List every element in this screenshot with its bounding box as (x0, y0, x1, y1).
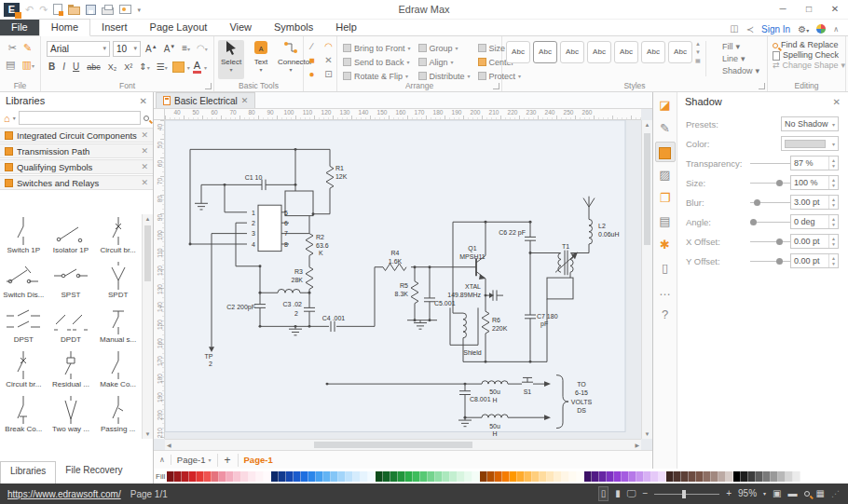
color-swatch-40[interactable] (458, 471, 465, 482)
symbol-break-co[interactable]: Break Co... (0, 393, 48, 438)
spinner[interactable]: ▲▼ (828, 176, 838, 189)
color-swatch-72[interactable] (696, 471, 704, 482)
document-tab[interactable]: Basic Electrical ✕ (156, 92, 255, 108)
cut-icon[interactable]: ✂ (8, 42, 17, 53)
color-swatch-15[interactable] (271, 471, 279, 482)
color-swatch-1[interactable] (167, 471, 174, 482)
symbol-switch-1p[interactable]: Switch 1P (0, 214, 48, 259)
library-close-icon[interactable]: ✕ (141, 130, 148, 140)
color-swatch-19[interactable] (301, 471, 308, 482)
color-swatch-73[interactable] (704, 471, 711, 482)
qat-dropdown-icon[interactable]: ▾ (137, 3, 141, 17)
color-swatch-13[interactable] (256, 471, 264, 482)
tool-select[interactable]: Select▾ (218, 40, 244, 79)
color-swatch-2[interactable] (174, 471, 182, 482)
color-swatch-56[interactable] (577, 471, 584, 482)
arrange-bring-to-front[interactable]: Bring to Front▾ (343, 41, 418, 55)
color-swatch-82[interactable] (771, 471, 778, 482)
color-swatch-58[interactable] (592, 471, 599, 482)
library-close-icon[interactable]: ✕ (141, 162, 148, 171)
text-arc-icon[interactable]: ◠▾ (195, 41, 210, 57)
menu-tab-file[interactable]: File (0, 20, 39, 35)
style-sample-2[interactable]: Abc (533, 41, 557, 63)
symbol-passing[interactable]: Passing ... (94, 393, 142, 438)
shadow-y-offset-input[interactable]: 0.00 pt▲▼ (790, 253, 839, 268)
shadow-size-input[interactable]: 100 %▲▼ (790, 175, 839, 190)
color-swatch-48[interactable] (517, 471, 525, 482)
style-sample-4[interactable]: Abc (587, 41, 611, 63)
slider-thumb[interactable] (750, 219, 757, 225)
color-swatch-4[interactable] (189, 471, 197, 482)
color-swatch-36[interactable] (428, 471, 435, 482)
color-swatch-80[interactable] (756, 471, 763, 482)
library-close-icon[interactable]: ✕ (141, 146, 148, 156)
line-spacing-icon[interactable]: ⇕▾ (137, 60, 151, 75)
color-swatch-41[interactable] (465, 471, 472, 482)
scroll-up-icon[interactable]: ▲ (143, 216, 153, 222)
snapshot-icon[interactable] (119, 5, 131, 14)
close-button[interactable]: ✕ (822, 0, 848, 19)
quick-style-tool-icon[interactable] (655, 142, 676, 162)
zoom-slider[interactable] (654, 494, 719, 495)
tool-connector[interactable]: Connector▾ (278, 40, 304, 79)
color-swatch-70[interactable] (681, 471, 689, 482)
tool-text[interactable]: AText▾ (248, 40, 274, 79)
minimize-button[interactable]: ─ (770, 0, 796, 19)
library-section-qualifying-symbols[interactable]: Qualifying Symbols✕ (0, 159, 153, 174)
symbol-switch-dis[interactable]: Switch Dis... (0, 259, 48, 304)
color-swatch-16[interactable] (279, 471, 286, 482)
new-document-icon[interactable] (53, 4, 62, 15)
color-swatch-83[interactable] (778, 471, 786, 482)
library-section-transmission-path[interactable]: Transmission Path✕ (0, 143, 153, 158)
menu-tab-home[interactable]: Home (39, 19, 90, 36)
color-swatch-62[interactable] (622, 471, 629, 482)
color-swatch-78[interactable] (741, 471, 748, 482)
symbol-spring-ret[interactable]: Spring ret... (0, 438, 48, 439)
color-swatch-45[interactable] (495, 471, 502, 482)
app-logo-icon[interactable]: E (4, 3, 20, 17)
color-swatch-30[interactable] (383, 471, 390, 482)
color-swatch-53[interactable] (554, 471, 562, 482)
style-line-button[interactable]: Line ▾ (711, 53, 759, 64)
paste-icon[interactable]: ▤ (6, 59, 15, 72)
style-scroll-down-icon[interactable]: ▼ (695, 49, 701, 55)
fit-page-icon[interactable]: ▣ (773, 487, 781, 500)
font-color-icon[interactable]: A (193, 61, 201, 74)
language-pinwheel-icon[interactable] (816, 24, 826, 34)
picture-tool-icon[interactable]: ▨ (655, 165, 676, 185)
color-swatch-24[interactable] (338, 471, 346, 482)
style-sample-5[interactable]: Abc (614, 41, 638, 63)
scroll-down-icon[interactable]: ▼ (143, 431, 153, 437)
save-icon[interactable] (86, 5, 96, 15)
zoom-out-icon[interactable]: − (642, 487, 648, 500)
help-tool-icon[interactable]: ? (655, 305, 676, 325)
color-swatch-20[interactable] (308, 471, 316, 482)
spinner[interactable]: ▲▼ (828, 196, 838, 209)
collapse-ribbon-icon[interactable]: ∧ (833, 25, 839, 34)
color-swatch-29[interactable] (376, 471, 383, 482)
color-swatch-34[interactable] (413, 471, 420, 482)
normal-view-icon[interactable]: ▯ (598, 486, 609, 501)
resize-grip[interactable]: ⋰ (831, 489, 841, 498)
color-swatch-11[interactable] (241, 471, 249, 482)
page[interactable] (165, 120, 625, 431)
library-search-icon[interactable] (144, 116, 149, 121)
shadow-blur-input[interactable]: 3.00 pt▲▼ (790, 195, 839, 210)
tab-libraries[interactable]: Libraries (0, 461, 56, 484)
horizontal-scrollbar[interactable]: ◀ ▶ (165, 439, 641, 450)
line-tool-icon[interactable]: ✎ (655, 118, 676, 139)
color-swatch-14[interactable] (264, 471, 271, 482)
shadow-angle-input[interactable]: 0 deg▲▼ (790, 214, 839, 229)
page-tab-active[interactable]: Page-1 (244, 455, 273, 465)
symbol-circuit-br[interactable]: Circuit br... (94, 214, 142, 259)
font-sup-button[interactable]: X² (122, 60, 134, 75)
library-home-icon[interactable]: ⌂ (4, 113, 10, 124)
editing-spelling-check[interactable]: Spelling Check (773, 50, 843, 61)
zoom-dropdown-icon[interactable]: ▾ (763, 487, 766, 500)
color-swatch-77[interactable] (733, 471, 741, 482)
library-close-icon[interactable]: ✕ (141, 178, 148, 187)
style-sample-3[interactable]: Abc (560, 41, 584, 63)
bullets-icon[interactable]: ☰▾ (155, 60, 170, 75)
note-tool-icon[interactable]: ▤ (655, 211, 676, 232)
shadow-presets-dropdown[interactable]: No Shadow▾ (781, 116, 839, 131)
